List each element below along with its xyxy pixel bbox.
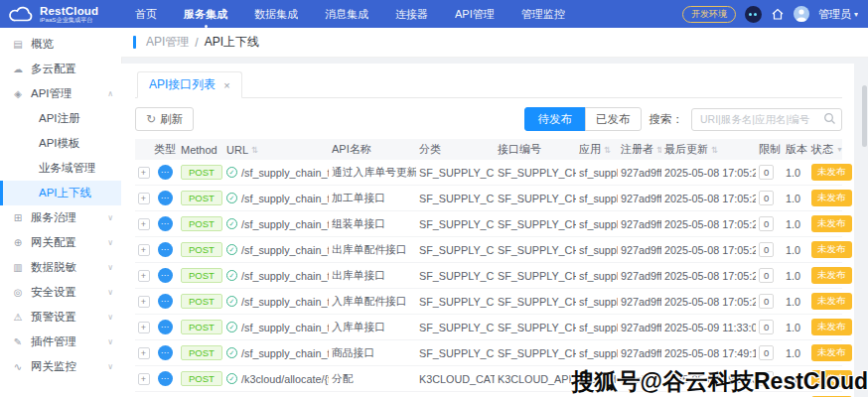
expand-row-button[interactable]: +	[138, 347, 150, 359]
sidebar-item[interactable]: ⊕网关配置∨	[0, 230, 121, 255]
api-name-cell-text: 出库单配件接口	[332, 243, 407, 257]
sort-icon[interactable]: ⇅	[251, 145, 258, 155]
topnav-item[interactable]: 首页	[135, 7, 157, 22]
version-text: 1.0	[786, 244, 800, 256]
sidebar-item[interactable]: ☁多云配置	[0, 57, 121, 81]
code-cell: SF_SUPPLY_CHAIN_TEC...	[495, 218, 576, 230]
column-header: 限制	[756, 142, 783, 157]
url-text: /k3cloud/allocate/{formI...	[241, 373, 329, 385]
service-governance-icon: ⊞	[12, 212, 24, 223]
category-cell-text: SF_SUPPLY_CHAIN...	[419, 218, 495, 230]
expand-row-button[interactable]: +	[138, 218, 150, 230]
sidebar-item[interactable]: ✎插件管理∨	[0, 330, 121, 354]
sidebar-item[interactable]: ▤概览	[0, 32, 121, 57]
updated-cell: 2025-05-08 17:05:20	[661, 218, 756, 230]
search-input[interactable]	[691, 108, 842, 131]
sort-icon[interactable]: ⇅	[711, 145, 718, 155]
expand-row-button[interactable]: +	[138, 270, 150, 282]
registrant-cell-text: 927ad9ff...	[621, 167, 661, 179]
category-cell-text: SF_SUPPLY_CHAIN...	[419, 322, 495, 333]
assistant-robot-icon[interactable]	[745, 6, 762, 23]
gateway-config-icon: ⊕	[12, 237, 24, 248]
sidebar-subitem[interactable]: API上下线	[0, 181, 121, 205]
expand-cell: +	[135, 193, 152, 204]
expand-row-button[interactable]: +	[138, 244, 150, 256]
table-row: +⋯POST✓/sf_supply_chain_techno...入库单配件接口…	[135, 289, 842, 315]
sidebar-item-label: 网关监控	[31, 359, 76, 374]
api-doc-icon[interactable]: ✓	[226, 296, 237, 307]
topnav-item[interactable]: API管理	[455, 7, 495, 22]
status-badge: 未发布	[811, 293, 852, 310]
sidebar-item[interactable]: ⊞服务治理∨	[0, 205, 121, 230]
sidebar-item[interactable]: ⚠预警设置∨	[0, 305, 121, 330]
toolbar: ↻ 刷新 待发布 已发布 搜索：	[135, 107, 842, 131]
api-doc-icon[interactable]: ✓	[226, 193, 237, 203]
registrant-cell: 927ad9ff...	[618, 270, 661, 282]
updated-cell: 2025-05-09 11:33:09	[661, 322, 756, 333]
url-cell: ✓/sf_supply_chain_techno...	[223, 296, 329, 308]
home-icon[interactable]	[771, 7, 785, 21]
filter-icon[interactable]: ▼	[836, 146, 843, 153]
method-badge: POST	[181, 216, 222, 231]
code-cell-text: SF_SUPPLY_CHAIN_TEC...	[498, 347, 576, 359]
refresh-button[interactable]: ↻ 刷新	[135, 107, 194, 131]
api-doc-icon[interactable]: ✓	[226, 347, 237, 358]
expand-row-button[interactable]: +	[138, 167, 150, 179]
type-cell: ⋯	[152, 345, 178, 360]
api-doc-icon[interactable]: ✓	[226, 322, 237, 332]
code-cell: SF_SUPPLY_CHAIN_TEC...	[495, 296, 576, 308]
sidebar-item[interactable]: ∿网关监控∨	[0, 354, 121, 379]
sort-icon[interactable]: ⇅	[604, 145, 611, 155]
refresh-icon: ↻	[146, 112, 156, 126]
sidebar-item[interactable]: ▥数据脱敏∨	[0, 255, 121, 280]
pending-filter-button[interactable]: 待发布	[524, 107, 587, 131]
breadcrumb-section[interactable]: API管理	[146, 34, 189, 51]
app-cell: sf_supply...	[576, 218, 618, 230]
sidebar-subitem[interactable]: API模板	[0, 131, 121, 156]
sidebar-item[interactable]: ◎安全设置∨	[0, 280, 121, 305]
category-cell-text: SF_SUPPLY_CHAIN...	[419, 193, 495, 204]
sidebar-subitem[interactable]: 业务域管理	[0, 156, 121, 181]
api-doc-icon[interactable]: ✓	[226, 270, 237, 281]
updated-cell: 2025-05-08 17:05:20	[661, 167, 756, 179]
expand-row-button[interactable]: +	[138, 322, 150, 333]
topnav-item[interactable]: 数据集成	[254, 7, 298, 22]
type-cell: ⋯	[152, 371, 178, 386]
api-name-cell: 出库单接口	[329, 269, 416, 283]
limit-cell: 0	[756, 345, 783, 360]
user-menu[interactable]: 管理员 ▾	[818, 7, 858, 22]
chevron-up-icon: ∧	[107, 89, 113, 98]
updated-cell-text: 2025-05-08 17:05:20	[664, 244, 756, 256]
multicloud-icon: ☁	[12, 64, 24, 74]
sidebar-subitem[interactable]: API注册	[0, 106, 121, 131]
type-cell: ⋯	[152, 320, 178, 334]
published-filter-button[interactable]: 已发布	[585, 107, 642, 131]
topnav-item[interactable]: 服务集成	[184, 7, 227, 22]
sidebar-item-label: 安全设置	[31, 285, 76, 300]
user-name: 管理员	[818, 7, 851, 22]
api-doc-icon[interactable]: ✓	[226, 167, 237, 178]
api-doc-icon[interactable]: ✓	[226, 373, 237, 384]
updated-cell-text: 2025-05-08 17:49:13	[664, 347, 756, 359]
api-doc-icon[interactable]: ✓	[226, 218, 237, 229]
expand-cell: +	[135, 296, 152, 308]
chevron-down-icon: ▾	[854, 10, 858, 19]
topnav-item[interactable]: 管理监控	[521, 7, 565, 22]
api-doc-icon[interactable]: ✓	[226, 244, 237, 255]
expand-row-button[interactable]: +	[138, 296, 150, 308]
alert-icon: ⚠	[12, 312, 24, 323]
search-icon[interactable]	[823, 112, 836, 125]
topnav-item[interactable]: 消息集成	[325, 7, 368, 22]
scrollbar-thumb[interactable]	[862, 85, 867, 147]
tab-api-list[interactable]: API接口列表 ×	[137, 71, 242, 98]
version-cell: 1.0	[783, 322, 808, 333]
expand-row-button[interactable]: +	[138, 373, 150, 385]
environment-pill[interactable]: 开发环境	[682, 6, 736, 23]
table-row: +⋯POST✓/sf_supply_chain_techno...通过入库单号更…	[135, 160, 842, 186]
sidebar-item[interactable]: ◈API管理∧	[0, 81, 121, 106]
tab-close-icon[interactable]: ×	[223, 79, 229, 91]
topnav-item[interactable]: 连接器	[395, 7, 428, 22]
user-avatar[interactable]	[794, 6, 809, 22]
expand-row-button[interactable]: +	[138, 193, 150, 204]
api-name-cell-text: 入库单配件接口	[332, 295, 407, 309]
